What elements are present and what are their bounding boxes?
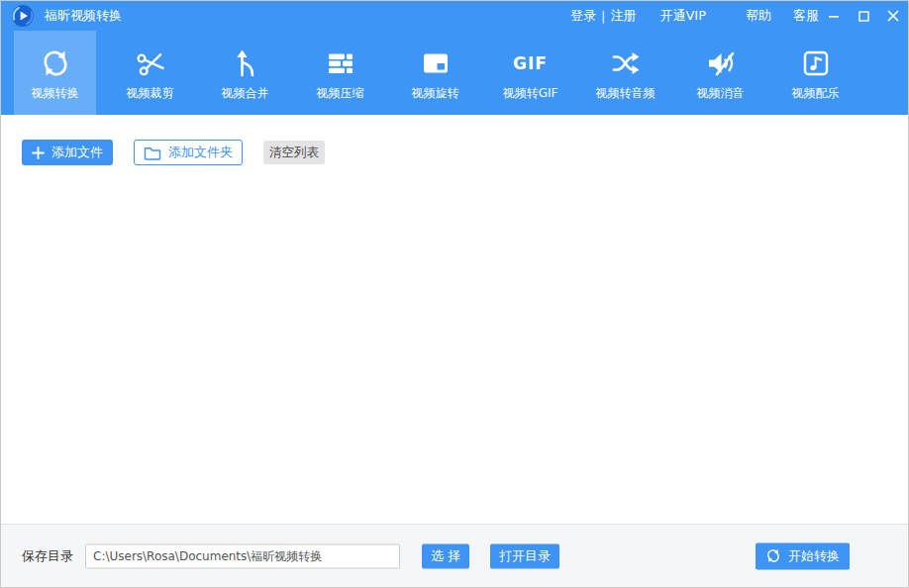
login-link[interactable]: 登录 xyxy=(570,7,596,25)
tab-label: 视频转GIF xyxy=(503,85,558,102)
music-icon xyxy=(800,43,832,84)
support-link[interactable]: 客服 xyxy=(793,7,819,25)
clear-list-label: 清空列表 xyxy=(269,145,319,161)
maximize-icon xyxy=(858,11,869,22)
tab-label: 视频消音 xyxy=(697,85,745,102)
start-convert-icon xyxy=(765,548,781,564)
shuffle-icon xyxy=(610,43,642,84)
login-register-divider: | xyxy=(601,9,605,24)
app-logo-icon xyxy=(11,4,35,28)
tab-label: 视频转换 xyxy=(32,85,79,102)
choose-dir-button[interactable]: 选 择 xyxy=(422,543,469,568)
window-title: 福昕视频转换 xyxy=(45,7,122,25)
tab-video-convert[interactable]: 视频转换 xyxy=(14,31,96,115)
tab-label: 视频配乐 xyxy=(792,85,840,102)
convert-icon xyxy=(40,43,71,84)
register-link[interactable]: 注册 xyxy=(610,7,636,25)
tab-label: 视频合并 xyxy=(222,85,269,102)
rotate-icon xyxy=(420,43,452,84)
add-folder-label: 添加文件夹 xyxy=(168,144,233,161)
minimize-icon xyxy=(828,10,840,22)
scissors-icon xyxy=(135,43,166,84)
close-icon xyxy=(887,10,899,22)
tab-video-to-gif[interactable]: GIF 视频转GIF xyxy=(489,31,571,115)
merge-icon xyxy=(230,43,261,84)
add-folder-button[interactable]: 添加文件夹 xyxy=(134,140,243,165)
start-convert-button[interactable]: 开始转换 xyxy=(756,542,850,569)
plus-icon xyxy=(32,147,45,159)
open-dir-button[interactable]: 打开目录 xyxy=(490,543,559,568)
tab-video-to-audio[interactable]: 视频转音频 xyxy=(584,31,666,115)
help-link[interactable]: 帮助 xyxy=(746,7,771,25)
minimize-button[interactable] xyxy=(819,1,849,31)
tab-video-rotate[interactable]: 视频旋转 xyxy=(394,31,476,115)
app-window: 福昕视频转换 登录 | 注册 开通VIP 帮助 客服 xyxy=(0,0,909,588)
tab-label: 视频转音频 xyxy=(596,85,656,102)
gif-icon: GIF xyxy=(513,43,548,84)
tab-label: 视频裁剪 xyxy=(127,85,174,102)
close-button[interactable] xyxy=(878,1,908,31)
folder-icon xyxy=(144,146,161,160)
compress-icon xyxy=(325,43,356,84)
start-convert-label: 开始转换 xyxy=(788,547,840,565)
choose-dir-label: 选 择 xyxy=(431,547,460,565)
tab-video-merge[interactable]: 视频合并 xyxy=(204,31,286,115)
file-list-area: 添加文件 添加文件夹 清空列表 xyxy=(2,115,907,524)
titlebar: 福昕视频转换 登录 | 注册 开通VIP 帮助 客服 xyxy=(1,1,908,31)
tab-video-trim[interactable]: 视频裁剪 xyxy=(109,31,191,115)
tab-label: 视频旋转 xyxy=(412,85,459,102)
open-dir-label: 打开目录 xyxy=(499,547,551,565)
add-file-label: 添加文件 xyxy=(51,144,103,161)
tab-video-compress[interactable]: 视频压缩 xyxy=(299,31,381,115)
titlebar-menu: 登录 | 注册 开通VIP 帮助 客服 xyxy=(570,1,908,31)
footer-bar: 保存目录 选 择 打开目录 开始转换 xyxy=(1,524,908,587)
tab-video-music[interactable]: 视频配乐 xyxy=(774,31,857,115)
add-file-button[interactable]: 添加文件 xyxy=(22,140,113,165)
clear-list-button[interactable]: 清空列表 xyxy=(263,141,325,164)
save-dir-input[interactable] xyxy=(85,543,400,568)
vip-link[interactable]: 开通VIP xyxy=(659,7,706,25)
save-dir-label: 保存目录 xyxy=(22,547,73,565)
tab-label: 视频压缩 xyxy=(317,85,364,102)
tab-video-mute[interactable]: 视频消音 xyxy=(679,31,761,115)
toolbar: 视频转换 视频裁剪 xyxy=(1,31,908,115)
maximize-button[interactable] xyxy=(849,1,878,31)
file-actions-row: 添加文件 添加文件夹 清空列表 xyxy=(22,140,325,165)
mute-icon xyxy=(705,43,737,84)
